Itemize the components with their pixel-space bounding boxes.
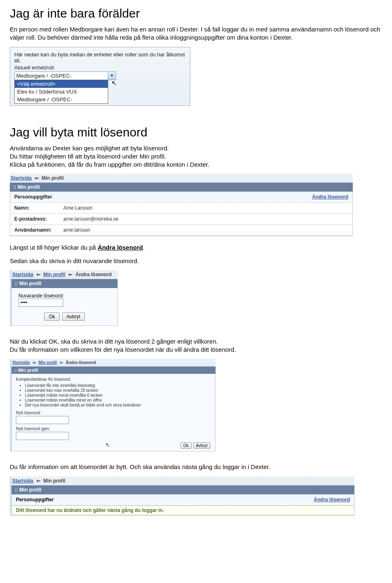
success-message: Ditt lösenord har nu ändrats och gäller …	[12, 505, 354, 515]
cancel-button[interactable]: Avbryt	[62, 313, 85, 321]
para-after-ok: När du klickat OK, ska du skriva in ditt…	[10, 337, 382, 346]
breadcrumb-sep-icon: ⇐	[36, 272, 40, 277]
name-value: Arne Larsson	[63, 205, 348, 211]
username-label: Användarnamn:	[14, 227, 63, 233]
para-cp-3: Klicka på funktionen, då får du fram upp…	[10, 161, 382, 169]
svg-marker-0	[110, 75, 114, 77]
heading-not-only-parent: Jag är inte bara förälder	[10, 7, 382, 20]
breadcrumb-current: Min profil	[42, 175, 64, 181]
cancel-button[interactable]: Avbryt	[193, 442, 210, 449]
role-select-dropdown[interactable]: <Välj enhet/roll> ↖ Elev kv / Söderforsa…	[14, 80, 108, 104]
role-option-medborgare[interactable]: Medborgare / -OSPEC-	[15, 96, 108, 103]
breadcrumb-sep-icon: ⇐	[36, 478, 40, 484]
breadcrumb: Startsida ⇐ Min profil	[10, 174, 353, 183]
para-rules-info: Du får information om villkoren för det …	[10, 346, 382, 354]
breadcrumb-sep-icon: ⇐	[60, 360, 63, 365]
role-option-placeholder[interactable]: <Välj enhet/roll>	[15, 80, 108, 88]
breadcrumb-sep-icon: ⇐	[68, 272, 72, 277]
current-password-input[interactable]: ••••	[18, 299, 63, 307]
breadcrumb: Startsida ⇐ Min profil ⇐ Ändra lösenord	[11, 270, 118, 279]
breadcrumb-current: Ändra lösenord	[66, 360, 96, 365]
breadcrumb-profile[interactable]: Min profil	[38, 360, 57, 365]
new-password-again-input[interactable]	[16, 432, 69, 440]
email-label: E-postadress:	[14, 216, 63, 222]
role-intro-text: Här nedan kan du byta mellan de enheter …	[14, 51, 186, 64]
ok-button[interactable]: Ok	[180, 442, 192, 449]
rule-item: Det nya lösenordet skall bestå av både s…	[25, 403, 211, 407]
breadcrumb-current: Ändra lösenord	[76, 272, 112, 277]
rules-heading: Komplexitetskrav för lösenord:	[16, 377, 211, 382]
screenshot-current-password: Startsida ⇐ Min profil ⇐ Ändra lösenord …	[10, 270, 118, 326]
role-select[interactable]: Medborgare / -OSPEC-	[14, 71, 186, 80]
personuppgifter-label: Personuppgifter	[16, 497, 54, 503]
cursor-icon: ↖	[105, 442, 110, 448]
rules-list: Lösenordet får inte innehålla blanksteg …	[25, 383, 211, 407]
cursor-icon: ↖	[111, 79, 117, 87]
para-not-only-parent: En person med rollen Medborgare kan även…	[10, 25, 382, 42]
new-password-again-label: Nytt lösenord igen:	[16, 427, 211, 431]
rule-item: Lösenordet måste innehålla minst en siff…	[25, 398, 211, 402]
username-value: arne.larsson	[63, 227, 348, 233]
role-option-elev[interactable]: Elev kv / Söderforsa VUX	[15, 88, 108, 96]
breadcrumb: Startsida ⇐ Min profil ⇐ Ändra lösenord	[11, 359, 216, 366]
panel-header: :: Min profil	[11, 279, 118, 288]
change-password-link[interactable]: Ändra lösenord	[312, 194, 348, 200]
ok-button[interactable]: Ok	[44, 313, 59, 321]
screenshot-role-switcher: Här nedan kan du byta mellan de enheter …	[10, 47, 190, 106]
breadcrumb-sep-icon: ⇐	[33, 360, 36, 365]
panel-header: :: Min profil	[11, 366, 216, 374]
current-password-label: Nuvarande lösenord:	[18, 293, 111, 299]
breadcrumb-sep-icon: ⇐	[35, 175, 39, 181]
panel-header: :: Min profil	[10, 183, 353, 192]
email-value: arne.larsson@norreka.se	[63, 216, 348, 222]
breadcrumb-start[interactable]: Startsida	[12, 272, 33, 277]
chevron-down-icon[interactable]	[108, 71, 116, 80]
breadcrumb-start[interactable]: Startsida	[12, 360, 30, 365]
heading-change-password: Jag vill byta mitt lösenord	[10, 125, 382, 139]
personuppgifter-label: Personuppgifter	[14, 194, 52, 200]
screenshot-min-profil: Startsida ⇐ Min profil :: Min profil Per…	[10, 174, 353, 236]
role-select-label: Aktuell enhet/roll:	[14, 65, 186, 71]
screenshot-confirmation: Startsida ⇐ Min profil :: Min profil Per…	[10, 476, 354, 516]
change-password-link[interactable]: Ändra lösenord	[314, 497, 350, 503]
para-enter-current: Sedan ska du skriva in ditt nuvarande lö…	[10, 257, 382, 265]
breadcrumb-start[interactable]: Startsida	[11, 175, 31, 181]
breadcrumb-current: Min profil	[43, 478, 65, 484]
screenshot-new-password: Startsida ⇐ Min profil ⇐ Ändra lösenord …	[10, 359, 216, 451]
new-password-input[interactable]	[16, 416, 69, 424]
role-select-value: Medborgare / -OSPEC-	[14, 71, 108, 80]
para-click-andra: Längst ut till höger klickar du på Ändra…	[10, 243, 382, 252]
breadcrumb-start[interactable]: Startsida	[12, 478, 33, 484]
para-cp-2: Du hittar möjligheten till att byta löse…	[10, 152, 382, 161]
para-cp-1: Användarna av Dexter kan ges möjlighet a…	[10, 144, 382, 152]
rule-item: Lösenordet måste minst innehålla 6 tecke…	[25, 393, 211, 398]
breadcrumb: Startsida ⇐ Min profil	[11, 476, 354, 485]
panel-header: :: Min profil	[11, 485, 354, 494]
para-confirmation: Du får information om att lösenordet är …	[10, 463, 382, 471]
new-password-label: Nytt lösenord:	[16, 411, 211, 415]
breadcrumb-profile[interactable]: Min profil	[43, 272, 65, 277]
rule-item: Lösenordet kan max innehålla 20 tecken	[25, 388, 211, 393]
name-label: Namn:	[14, 205, 63, 211]
rule-item: Lösenordet får inte innehålla blanksteg	[25, 383, 211, 388]
